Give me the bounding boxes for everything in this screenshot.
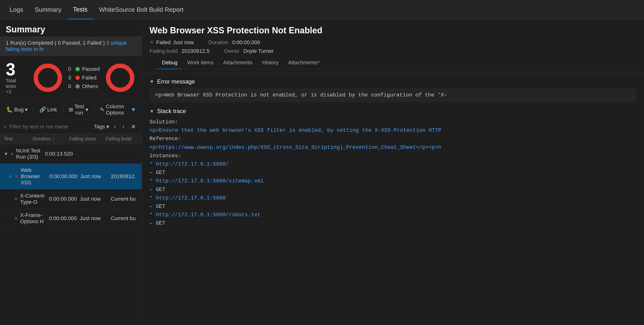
test-name-2: X-Frame-Options H bbox=[20, 212, 49, 225]
filter-icon: ▼ bbox=[130, 106, 136, 113]
test-failing-since-1: Just now bbox=[80, 196, 111, 202]
stack-line-9[interactable]: * http://172.17.0.1:5000 bbox=[150, 194, 636, 202]
detail-content: ▼ Error message <p>Web Browser XSS Prote… bbox=[142, 73, 644, 325]
test-duration-1: 0:00:00.000 bbox=[49, 196, 80, 202]
column-options-button[interactable]: ✎ Column Options bbox=[98, 102, 127, 117]
stack-line-12: – GET bbox=[150, 219, 636, 228]
tab-attachments[interactable]: Attachments bbox=[218, 57, 257, 69]
detail-meta-row-2: Failing build 20190812.5 Owner Doyle Tur… bbox=[150, 48, 636, 54]
stack-section-header[interactable]: ▼ Stack trace bbox=[150, 108, 636, 114]
tags-button[interactable]: Tags ▾ bbox=[94, 124, 109, 130]
test-row-1[interactable]: ✕ X-Content-Type-O 0:00:00.000 Just now … bbox=[0, 189, 142, 209]
failed-dot bbox=[76, 76, 80, 80]
stack-line-3[interactable]: <p>https://www.owasp.org/index.php/XSS_(… bbox=[150, 143, 636, 152]
test-row-2[interactable]: ✕ X-Frame-Options H 0:00:00.000 Just now… bbox=[0, 209, 142, 228]
row-fail-icon-2: ✕ bbox=[14, 216, 18, 221]
test-run-button[interactable]: ⊞ Test run ▾ bbox=[66, 102, 90, 117]
top-nav: Logs Summary Tests WhiteSource Bolt Buil… bbox=[0, 0, 644, 20]
stack-line-8: – GET bbox=[150, 186, 636, 194]
bug-icon: 🐛 bbox=[6, 107, 13, 113]
stack-line-11[interactable]: * http://172.17.0.1:5000/robots.txt bbox=[150, 211, 636, 219]
legend-others: 0 Others bbox=[68, 83, 100, 89]
tags-chevron-icon: ▾ bbox=[106, 124, 109, 130]
test-failing-since-2: Just now bbox=[80, 215, 111, 222]
tab-summary[interactable]: Summary bbox=[29, 0, 67, 19]
failing-build-pair: Failing build 20190812.5 bbox=[150, 48, 210, 54]
stats-row: 3 Total tests +3 0 Pass bbox=[0, 56, 142, 99]
test-failing-since-0: Just now bbox=[80, 173, 111, 180]
test-name-0: Web Browser XSS bbox=[21, 167, 50, 186]
link-button[interactable]: 🔗 Link bbox=[37, 105, 59, 114]
legend-passed: 0 Passed bbox=[68, 66, 100, 72]
tab-tests[interactable]: Tests bbox=[67, 0, 94, 19]
total-number: 3 bbox=[6, 61, 25, 78]
next-button[interactable]: › bbox=[121, 123, 126, 131]
tab-attachments-star[interactable]: Attachments* bbox=[283, 57, 324, 69]
stack-line-10: – GET bbox=[150, 202, 636, 211]
toolbar-sep-1 bbox=[34, 106, 34, 113]
owner-pair: Owner Doyle Turner bbox=[224, 48, 274, 54]
close-filter-button[interactable]: ✕ bbox=[129, 122, 138, 131]
stack-line-4: instances: bbox=[150, 152, 636, 160]
test-duration-2: 0:00:00.000 bbox=[49, 215, 80, 222]
detail-fail-icon: ✕ bbox=[150, 39, 154, 46]
total-label: Total tests bbox=[6, 78, 25, 89]
stack-line-2: Reference: bbox=[150, 135, 636, 143]
tab-debug[interactable]: Debug bbox=[157, 57, 182, 69]
stack-line-1[interactable]: <p>Ensure that the web browser's XSS fil… bbox=[150, 126, 636, 135]
test-failing-build-1: Current bu bbox=[111, 196, 138, 202]
row-fail-icon-1: ✕ bbox=[14, 196, 18, 202]
group-name: NUnit Test Run (3/3) bbox=[16, 148, 45, 160]
total-plus: +3 bbox=[6, 89, 25, 95]
grid-icon: ⊞ bbox=[69, 107, 73, 113]
testrun-chevron-icon: ▾ bbox=[86, 107, 88, 113]
error-section-header[interactable]: ▼ Error message bbox=[150, 78, 636, 85]
toolbar-sep-2 bbox=[63, 106, 63, 113]
link-icon: 🔗 bbox=[40, 107, 46, 113]
tab-work-items[interactable]: Work items bbox=[182, 57, 218, 69]
svg-point-1 bbox=[36, 66, 60, 90]
charts-area: 0 Passed 3 Failed 0 Others bbox=[32, 62, 136, 93]
right-panel: Web Browser XSS Protection Not Enabled ✕… bbox=[142, 20, 644, 325]
bug-chevron-icon: ▾ bbox=[25, 107, 28, 113]
filter-bar: ⊘ Tags ▾ ‹ › ✕ bbox=[0, 120, 142, 134]
filter-icon-button[interactable]: ▼ bbox=[129, 105, 138, 114]
stack-line-5[interactable]: * http://172.17.0.1:5000/ bbox=[150, 160, 636, 169]
summary-title: Summary bbox=[0, 20, 142, 36]
tab-whitesource[interactable]: WhiteSource Bolt Build Report bbox=[93, 0, 189, 19]
selected-check-icon: ✓ bbox=[9, 174, 13, 179]
group-fail-icon: ✕ bbox=[10, 151, 14, 157]
test-failing-build-2: Current bu bbox=[111, 215, 138, 222]
edit-icon: ✎ bbox=[100, 107, 104, 113]
others-dot bbox=[76, 84, 80, 89]
table-header: Test Duration ↓ Failing since Failing bu… bbox=[0, 134, 142, 144]
stack-line-0: Solution: bbox=[150, 118, 636, 126]
toolbar: 🐛 Bug ▾ 🔗 Link ⊞ Test run ▾ ✎ Column Opt… bbox=[0, 99, 142, 120]
filter-input[interactable] bbox=[9, 124, 91, 130]
stack-trace-box: Solution: <p>Ensure that the web browser… bbox=[150, 118, 636, 228]
legend-failed: 3 Failed bbox=[68, 75, 100, 81]
bug-button[interactable]: 🐛 Bug ▾ bbox=[4, 105, 30, 114]
expand-arrow-icon: ▼ bbox=[4, 151, 8, 156]
test-name-1: X-Content-Type-O bbox=[20, 193, 49, 205]
test-group-row[interactable]: ▼ ✕ NUnit Test Run (3/3) 0:00:13.520 bbox=[0, 144, 142, 164]
prev-button[interactable]: ‹ bbox=[112, 123, 118, 131]
tab-history[interactable]: History bbox=[257, 57, 283, 69]
col-failing-build-header: Failing build bbox=[106, 136, 138, 142]
donut-chart-1 bbox=[32, 62, 64, 93]
test-duration-0: 0:00:00.000 bbox=[50, 173, 80, 180]
col-duration-header: Duration ↓ bbox=[33, 136, 69, 142]
svg-point-3 bbox=[108, 66, 132, 90]
run-status-bar: 1 Run(s) Completed ( 0 Passed, 1 Failed … bbox=[0, 36, 142, 56]
stack-line-6: – GET bbox=[150, 169, 636, 177]
passed-dot bbox=[76, 67, 80, 71]
total-tests-block: 3 Total tests +3 bbox=[6, 61, 25, 95]
group-duration: 0:00:13.520 bbox=[45, 151, 77, 157]
stack-chevron-icon: ▼ bbox=[150, 108, 154, 114]
detail-tabs: Debug Work items Attachments History Att… bbox=[150, 57, 636, 69]
detail-status: ✕ Failed Just now bbox=[150, 39, 194, 46]
tab-logs[interactable]: Logs bbox=[4, 0, 29, 19]
test-row-0[interactable]: ✓ ✕ Web Browser XSS 0:00:00.000 Just now… bbox=[0, 164, 142, 189]
stack-line-7[interactable]: * http://172.17.0.1:5000/sitemap.xml bbox=[150, 177, 636, 185]
col-test-header: Test bbox=[4, 136, 33, 142]
